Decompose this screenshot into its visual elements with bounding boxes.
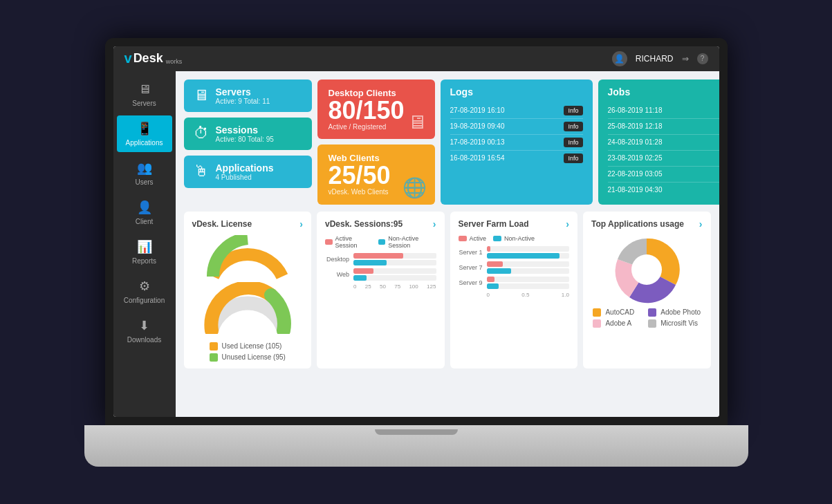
sidebar-item-servers[interactable]: 🖥 Servers [117,77,172,113]
top-apps-header: Top Applications usage › [591,218,703,230]
top-apps-legend: AutoCAD Adobe Photo Adobe A [593,308,701,328]
server-nonactive-label: Non-Active [504,235,535,242]
sidebar-item-users[interactable]: 👥 Users [117,155,172,192]
unused-license-label: Unused License (95) [222,353,286,361]
used-license-legend: Used License (105) [210,342,286,351]
nonactive-session-color [378,239,386,245]
log-datetime-0: 27-08-2019 16:10 [450,106,505,114]
server-farm-axis: 0 0.5 1.0 [459,292,570,298]
nonactive-session-label: Non-Active Session [388,235,436,249]
license-widget-title: vDesk. License [192,219,252,229]
log-row-1: 19-08-2019 09:40 Info [450,119,583,135]
top-apps-pie-chart [612,235,681,304]
job-row-3: 23-08-2019 02:25 Info [608,151,719,167]
globe-icon: 🌐 [403,176,427,199]
license-widget-arrow[interactable]: › [299,218,303,230]
sidebar-item-reports[interactable]: 📊 Reports [117,234,172,270]
used-license-dot [210,342,218,351]
server-farm-header: Server Farm Load › [459,218,570,230]
sidebar-item-configuration[interactable]: ⚙ Configuration [117,273,172,310]
log-datetime-2: 17-08-2019 00:13 [450,138,505,146]
server-active-label: Active [470,235,487,242]
users-icon: 👥 [137,160,152,176]
user-avatar-icon: 👤 [612,51,627,66]
sf-axis-10: 1.0 [562,292,569,298]
server-farm-title: Server Farm Load [459,219,529,229]
sidebar-item-users-label: Users [135,178,153,186]
logo-desk-text: Desk [133,51,163,66]
sessions-tile: ⏱ Sessions Active: 80 Total: 95 [184,118,312,150]
server-farm-widget: Server Farm Load › Active [450,212,578,368]
adobe-a-legend: Adobe A [593,319,645,328]
server9-bars [487,277,570,289]
license-widget: vDesk. License › [184,212,312,368]
logout-icon[interactable]: ⇒ [682,54,689,64]
server-active-color [459,236,467,241]
applications-tile-title: Applications [216,162,274,174]
unused-license-dot [210,353,218,362]
license-donut-chart [206,235,289,283]
laptop-screen: v Desk works 👤 RICHARD ⇒ ? 🖥 Server [113,46,719,417]
sessions-tile-title: Sessions [216,124,274,136]
help-icon[interactable]: ? [697,53,708,64]
top-tiles-section: 🖥 Servers Active: 9 Total: 11 ⏱ Sessions [184,80,711,205]
job-datetime-0: 26-08-2019 11:18 [608,106,663,114]
axis-50: 50 [380,283,386,290]
server1-nonactive-bg [487,253,570,259]
axis-100: 100 [409,283,418,290]
autocad-legend: AutoCAD [593,308,645,317]
widgets-row: vDesk. License › [184,212,711,368]
desktop-clients-tile: Desktop Clients 80/150 Active / Register… [317,80,435,140]
active-session-legend: Active Session [325,235,371,249]
top-bar: v Desk works 👤 RICHARD ⇒ ? [113,46,719,71]
sidebar-item-client[interactable]: 👤 Client [117,194,172,231]
server-nonactive-legend: Non-Active [493,235,535,242]
server7-nonactive-bar [487,268,512,274]
sidebar-item-reports-label: Reports [132,257,156,265]
logs-title: Logs [450,86,583,97]
server9-label: Server 9 [459,279,483,286]
log-badge-3[interactable]: Info [564,153,582,163]
server9-active-bar [487,277,495,282]
log-badge-1[interactable]: Info [564,122,582,131]
servers-icon: 🖥 [138,82,151,97]
web-active-bar-bg [353,268,436,274]
job-datetime-1: 25-08-2019 12:18 [608,122,663,130]
applications-tile-icon: 🖱 [194,162,209,180]
axis-75: 75 [394,283,400,290]
sidebar-item-downloads[interactable]: ⬇ Downloads [117,312,172,349]
sessions-axis: 0 25 50 75 100 125 [325,283,436,290]
job-datetime-5: 21-08-2019 04:30 [608,186,663,194]
desktop-active-bar [353,253,403,259]
jobs-title: Jobs [608,86,719,97]
server7-active-bar [487,261,503,267]
sidebar-item-configuration-label: Configuration [124,297,165,304]
server1-label: Server 1 [459,249,483,256]
main-layout: 🖥 Servers 📱 Applications 👥 Users 👤 Clien… [113,71,719,417]
log-badge-0[interactable]: Info [564,106,582,115]
sidebar-item-applications[interactable]: 📱 Applications [117,115,172,152]
downloads-icon: ⬇ [139,318,149,333]
server7-bar-row: Server 7 [459,261,570,274]
top-apps-title: Top Applications usage [591,219,684,229]
logs-tile: Logs 27-08-2019 16:10 Info 19-08-2019 09… [441,80,593,205]
desktop-bar-row: Desktop [325,253,436,265]
server9-nonactive-bar [487,283,499,289]
web-nonactive-bar [353,275,367,281]
servers-tile-icon: 🖥 [194,86,209,104]
top-apps-arrow[interactable]: › [699,218,703,230]
content-area: 🖥 Servers Active: 9 Total: 11 ⏱ Sessions [176,71,719,417]
servers-tile-content: Servers Active: 9 Total: 11 [216,86,270,105]
logo: v Desk works [124,50,183,66]
license-chart-svg [203,282,293,334]
server1-active-bg [487,246,570,252]
log-badge-2[interactable]: Info [564,138,582,147]
top-apps-widget: Top Applications usage › [583,212,711,368]
sessions-tile-subtitle: Active: 80 Total: 95 [216,136,274,143]
active-session-color [325,239,333,245]
server7-nonactive-bg [487,268,570,274]
sessions-widget-arrow[interactable]: › [433,218,436,230]
server-nonactive-color [493,236,501,241]
desktop-active-bar-bg [353,253,436,259]
server-farm-arrow[interactable]: › [566,218,569,230]
